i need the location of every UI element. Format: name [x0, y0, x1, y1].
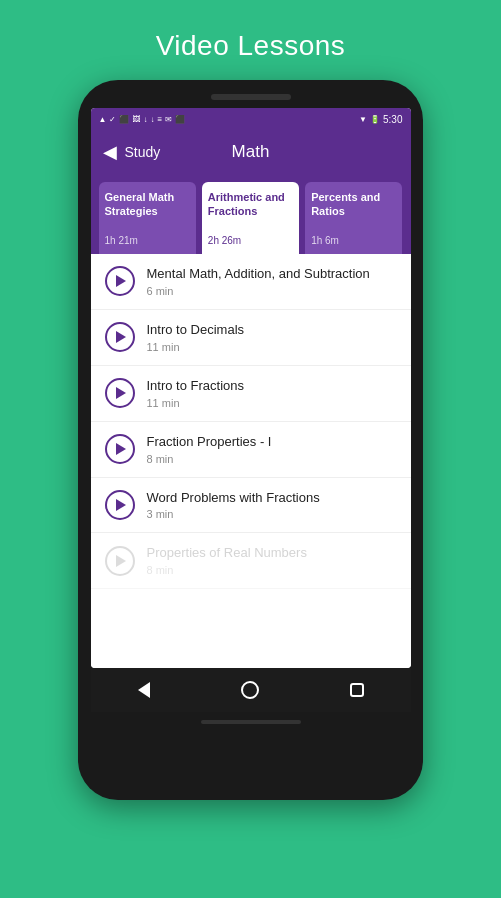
lesson-item[interactable]: Intro to Decimals 11 min [91, 310, 411, 366]
play-button[interactable] [105, 434, 135, 464]
back-button[interactable]: ◀ [103, 141, 117, 163]
category-tab-duration: 1h 21m [105, 235, 190, 246]
lesson-title: Word Problems with Fractions [147, 490, 397, 507]
lesson-info: Intro to Fractions 11 min [147, 378, 397, 409]
lesson-info: Fraction Properties - I 8 min [147, 434, 397, 465]
lessons-list: Mental Math, Addition, and Subtraction 6… [91, 254, 411, 668]
top-nav-bar: ◀ Study Math [91, 130, 411, 174]
phone-screen: ▲ ✓ ⬛ 🖼 ↓ ↓ ≡ ✉ ⬛ ▼ 🔋 5:30 ◀ Study Math [91, 108, 411, 668]
lesson-info: Word Problems with Fractions 3 min [147, 490, 397, 521]
status-time: 5:30 [383, 114, 402, 125]
play-icon [116, 275, 126, 287]
lesson-item[interactable]: Word Problems with Fractions 3 min [91, 478, 411, 534]
category-tab-arithmetic-fractions[interactable]: Arithmetic and Fractions 2h 26m [202, 182, 299, 254]
play-icon [116, 499, 126, 511]
recents-nav-icon [350, 683, 364, 697]
category-tab-name: Percents and Ratios [311, 190, 396, 219]
page-title: Video Lessons [156, 30, 346, 62]
play-icon [116, 555, 126, 567]
status-bar-right: ▼ 🔋 5:30 [359, 114, 402, 125]
nav-back-button[interactable] [129, 675, 159, 705]
bottom-nav [91, 668, 411, 712]
phone-speaker [211, 94, 291, 100]
study-label[interactable]: Study [125, 144, 161, 160]
lesson-info: Mental Math, Addition, and Subtraction 6… [147, 266, 397, 297]
status-bar: ▲ ✓ ⬛ 🖼 ↓ ↓ ≡ ✉ ⬛ ▼ 🔋 5:30 [91, 108, 411, 130]
lesson-duration: 8 min [147, 453, 397, 465]
play-button[interactable] [105, 322, 135, 352]
lesson-item[interactable]: Mental Math, Addition, and Subtraction 6… [91, 254, 411, 310]
top-bar-inner: ◀ Study Math [103, 141, 399, 163]
category-tab-name: Arithmetic and Fractions [208, 190, 293, 219]
category-tabs: General Math Strategies 1h 21m Arithmeti… [91, 174, 411, 254]
nav-recents-button[interactable] [342, 675, 372, 705]
lesson-duration: 3 min [147, 508, 397, 520]
home-nav-icon [241, 681, 259, 699]
play-icon [116, 331, 126, 343]
lesson-duration: 8 min [147, 564, 397, 576]
lesson-duration: 11 min [147, 341, 397, 353]
lesson-item: Properties of Real Numbers 8 min [91, 533, 411, 589]
play-button[interactable] [105, 490, 135, 520]
lesson-info: Properties of Real Numbers 8 min [147, 545, 397, 576]
play-button [105, 546, 135, 576]
phone-bottom-bar [201, 720, 301, 724]
play-icon [116, 387, 126, 399]
lesson-title: Mental Math, Addition, and Subtraction [147, 266, 397, 283]
play-button[interactable] [105, 378, 135, 408]
screen-title: Math [232, 142, 270, 162]
lesson-duration: 11 min [147, 397, 397, 409]
lesson-title: Intro to Decimals [147, 322, 397, 339]
category-tab-general-math[interactable]: General Math Strategies 1h 21m [99, 182, 196, 254]
lesson-title: Intro to Fractions [147, 378, 397, 395]
back-nav-icon [138, 682, 150, 698]
status-bar-left: ▲ ✓ ⬛ 🖼 ↓ ↓ ≡ ✉ ⬛ [99, 115, 186, 124]
category-tab-name: General Math Strategies [105, 190, 190, 219]
category-tab-percents-ratios[interactable]: Percents and Ratios 1h 6m [305, 182, 402, 254]
category-tab-duration: 1h 6m [311, 235, 396, 246]
play-icon [116, 443, 126, 455]
play-button[interactable] [105, 266, 135, 296]
lesson-duration: 6 min [147, 285, 397, 297]
nav-home-button[interactable] [235, 675, 265, 705]
phone-device: ▲ ✓ ⬛ 🖼 ↓ ↓ ≡ ✉ ⬛ ▼ 🔋 5:30 ◀ Study Math [78, 80, 423, 800]
lesson-item[interactable]: Intro to Fractions 11 min [91, 366, 411, 422]
lesson-item[interactable]: Fraction Properties - I 8 min [91, 422, 411, 478]
lesson-title: Fraction Properties - I [147, 434, 397, 451]
lesson-title: Properties of Real Numbers [147, 545, 397, 562]
lesson-info: Intro to Decimals 11 min [147, 322, 397, 353]
category-tab-duration: 2h 26m [208, 235, 293, 246]
